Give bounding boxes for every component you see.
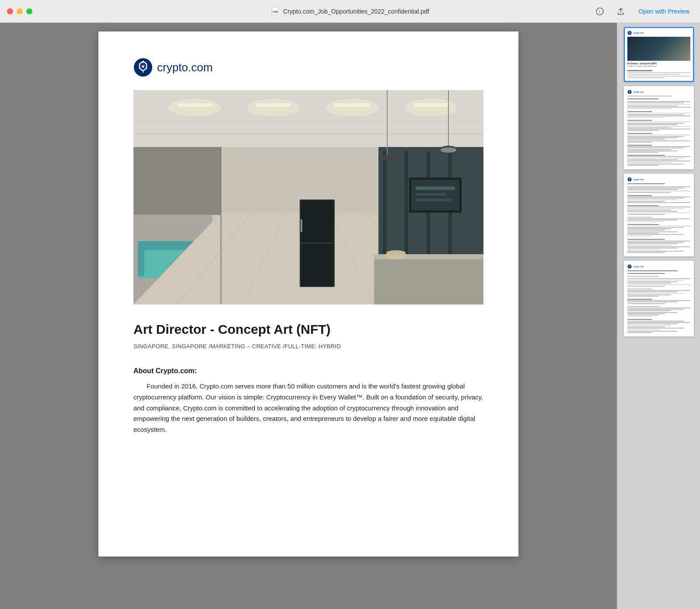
thumb-text-lines-2	[627, 96, 690, 166]
thumb-logo-row-2: crypto.com	[627, 90, 690, 94]
svg-rect-55	[301, 244, 333, 286]
thumb-logo-text: crypto.com	[634, 32, 644, 34]
thumb-image	[627, 37, 690, 61]
svg-point-14	[247, 99, 300, 116]
svg-rect-44	[416, 193, 446, 196]
thumb-logo-text-2: crypto.com	[634, 91, 644, 93]
close-button[interactable]	[7, 8, 13, 14]
window-controls[interactable]	[7, 8, 32, 14]
svg-rect-54	[301, 201, 333, 242]
thumb-lines	[627, 69, 690, 78]
thumb-text-lines-4	[627, 270, 690, 333]
crypto-logo-icon	[133, 58, 153, 77]
svg-text:PDF: PDF	[273, 10, 278, 13]
svg-text:i: i	[599, 9, 600, 14]
pdf-page: crypto.com	[98, 32, 518, 556]
title-bar: PDF Crypto.com_Job_Opportunities_2022_co…	[0, 0, 700, 23]
thumb-logo-row-3: crypto.com	[627, 177, 690, 182]
about-heading: About Crypto.com:	[133, 367, 483, 375]
maximize-button[interactable]	[26, 8, 32, 14]
svg-rect-20	[138, 241, 144, 276]
svg-point-13	[168, 99, 221, 116]
svg-point-15	[326, 99, 378, 116]
open-preview-button[interactable]: Open with Preview	[635, 6, 693, 17]
minimize-button[interactable]	[17, 8, 23, 14]
thumb-text-lines-3	[627, 183, 690, 253]
title-bar-actions: i Open with Preview	[593, 4, 693, 18]
svg-point-60	[386, 250, 406, 256]
company-logo: crypto.com	[133, 58, 483, 77]
about-body: Founded in 2016, Crypto.com serves more …	[133, 381, 483, 435]
job-title: Art Director - Concept Art (NFT)	[133, 322, 483, 337]
svg-rect-43	[416, 186, 455, 190]
thumb-logo-row-4: crypto.com	[627, 264, 690, 269]
document-title: Crypto.com_Job_Opportunities_2022_confid…	[283, 8, 429, 15]
pdf-viewer[interactable]: crypto.com	[0, 23, 617, 609]
svg-rect-57	[374, 256, 483, 304]
title-bar-center: PDF Crypto.com_Job_Opportunities_2022_co…	[271, 7, 429, 16]
thumb-meta: SINGAPORE, SINGAPORE / MARKETING	[627, 66, 690, 67]
svg-point-50	[379, 155, 395, 161]
thumbnail-1[interactable]: crypto.com Art Director - Concept Art (N…	[624, 27, 694, 82]
thumbnail-3[interactable]: crypto.com	[624, 174, 694, 256]
thumbnail-4[interactable]: crypto.com	[624, 261, 694, 336]
job-meta: SINGAPORE, SINGAPORE /MARKETING – CREATI…	[133, 343, 483, 350]
office-image	[133, 90, 483, 304]
svg-rect-8	[133, 90, 483, 147]
share-button[interactable]	[614, 4, 628, 18]
svg-rect-56	[301, 219, 302, 232]
pdf-icon: PDF	[271, 7, 280, 16]
main-area: crypto.com	[0, 23, 700, 609]
thumb-title: Art Director - Concept Art (NFT)	[627, 63, 690, 65]
svg-point-16	[405, 99, 457, 116]
info-button[interactable]: i	[593, 4, 607, 18]
svg-point-48	[441, 147, 456, 153]
svg-rect-51	[133, 147, 221, 215]
thumb-logo-text-4: crypto.com	[634, 265, 644, 268]
thumb-logo-text-3: crypto.com	[634, 178, 644, 181]
thumbnail-2[interactable]: crypto.com	[624, 86, 694, 169]
svg-rect-45	[416, 199, 451, 201]
thumbnail-panel[interactable]: crypto.com Art Director - Concept Art (N…	[617, 23, 700, 609]
thumb-logo-row: crypto.com	[627, 31, 690, 35]
logo-text: crypto.com	[157, 61, 213, 74]
